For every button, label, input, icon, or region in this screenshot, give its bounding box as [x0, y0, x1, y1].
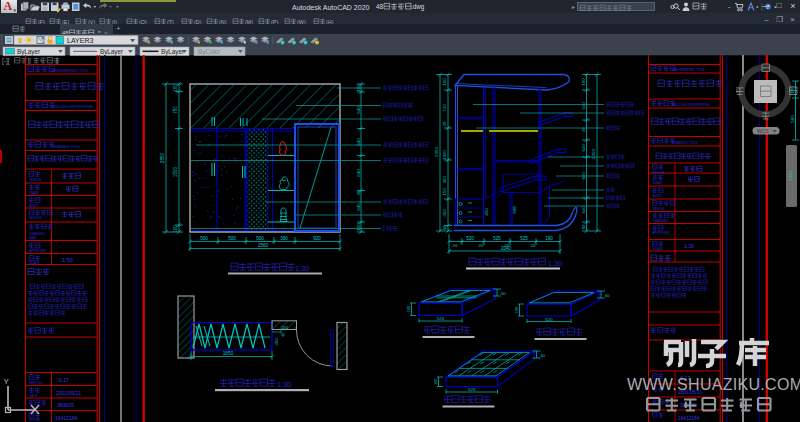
svg-text:DESIGN: DESIGN — [29, 178, 42, 182]
svg-text:DESIGN: DESIGN — [653, 207, 665, 211]
svg-text:450: 450 — [442, 209, 447, 217]
svg-text:ENGINEERING TITLE: ENGINEERING TITLE — [52, 69, 88, 73]
svg-text:APPROVED: APPROVED — [29, 249, 47, 253]
svg-text:WCS: WCS — [757, 128, 769, 134]
svg-text:DESIGN: DESIGN — [653, 171, 665, 175]
svg-text:SCALE: SCALE — [653, 247, 663, 251]
svg-text:[-][: [-][ — [2, 57, 10, 65]
svg-text:Y: Y — [4, 377, 10, 386]
svg-text:383005: 383005 — [57, 402, 74, 408]
svg-text:BUILDING ENTERPRISE: BUILDING ENTERPRISE — [672, 103, 710, 107]
svg-text:2419: 2419 — [788, 171, 793, 181]
svg-text:100: 100 — [581, 78, 586, 86]
svg-text:]: ] — [56, 57, 58, 65]
svg-text:500: 500 — [200, 236, 208, 241]
svg-text:520: 520 — [545, 317, 553, 322]
svg-text:60: 60 — [541, 353, 546, 358]
svg-text:MAG: MAG — [29, 236, 37, 240]
svg-text:2040: 2040 — [501, 246, 512, 251]
svg-text:2001/05/21: 2001/05/21 — [56, 390, 81, 396]
svg-text:520: 520 — [466, 236, 474, 241]
svg-text:WWW.SHUAZIKU.COM: WWW.SHUAZIKU.COM — [627, 376, 800, 393]
svg-text:160: 160 — [433, 378, 438, 385]
svg-text:DRAW: DRAW — [29, 191, 39, 195]
svg-text:SCALE: SCALE — [29, 261, 39, 265]
svg-text:DRAWING TITLE: DRAWING TITLE — [52, 145, 81, 149]
svg-text:AUDIT: AUDIT — [653, 194, 662, 198]
svg-text:20: 20 — [453, 243, 458, 248]
svg-text:1:50: 1:50 — [62, 257, 73, 263]
svg-text:30: 30 — [356, 190, 361, 195]
svg-text:920: 920 — [313, 236, 321, 241]
svg-text:20: 20 — [531, 243, 536, 248]
svg-text:1020: 1020 — [442, 150, 447, 160]
svg-text:2850: 2850 — [160, 152, 165, 163]
svg-text:500: 500 — [228, 236, 236, 241]
svg-text:DATE: DATE — [29, 394, 37, 398]
svg-text:520: 520 — [437, 316, 445, 321]
svg-text:BUILDING ENTERPRISE: BUILDING ENTERPRISE — [52, 105, 94, 109]
svg-text:CHANGED: CHANGED — [653, 219, 669, 223]
svg-text:640: 640 — [581, 206, 586, 214]
svg-text:500: 500 — [256, 236, 264, 241]
svg-text:60: 60 — [605, 293, 610, 298]
svg-text:1650: 1650 — [223, 351, 234, 356]
svg-text:][: ][ — [28, 57, 32, 65]
svg-text:48: 48 — [376, 3, 384, 10]
svg-text:1:30: 1:30 — [277, 380, 291, 389]
svg-text:60: 60 — [581, 224, 586, 229]
svg-text:150: 150 — [281, 325, 289, 330]
svg-text:100: 100 — [356, 223, 361, 231]
svg-text:640: 640 — [581, 144, 586, 152]
svg-text:640: 640 — [356, 138, 361, 146]
svg-text:16412184: 16412184 — [678, 416, 700, 421]
svg-text:350: 350 — [442, 176, 447, 184]
svg-text:APPROVED: APPROVED — [653, 231, 671, 235]
svg-text:525: 525 — [493, 236, 501, 241]
svg-text:1:30: 1:30 — [295, 264, 309, 273]
svg-text:450: 450 — [274, 338, 279, 346]
svg-text:16412184: 16412184 — [55, 415, 77, 421]
svg-text:60: 60 — [442, 225, 447, 230]
svg-text:1:30: 1:30 — [548, 259, 562, 268]
svg-text:LAYER3: LAYER3 — [67, 37, 93, 44]
svg-text:560: 560 — [790, 115, 795, 123]
svg-text:AUDIT: AUDIT — [29, 204, 39, 208]
svg-text:DESIGN: DESIGN — [29, 216, 42, 220]
svg-text:390: 390 — [280, 236, 288, 241]
svg-text:100: 100 — [173, 84, 178, 92]
svg-text:150: 150 — [442, 188, 447, 196]
svg-text:100: 100 — [442, 78, 447, 86]
svg-text:DRAW: DRAW — [653, 181, 662, 185]
svg-text:1500: 1500 — [173, 166, 178, 177]
svg-text:2350: 2350 — [434, 147, 439, 157]
svg-text:20: 20 — [442, 121, 447, 126]
svg-text:740: 740 — [442, 104, 447, 112]
svg-text:450: 450 — [484, 208, 489, 216]
svg-text:608: 608 — [512, 206, 517, 214]
svg-text:S-17: S-17 — [58, 377, 69, 383]
svg-text:540: 540 — [581, 102, 586, 110]
svg-text:640: 640 — [356, 169, 361, 177]
svg-text:525: 525 — [520, 236, 528, 241]
svg-text:645: 645 — [356, 203, 361, 211]
svg-text:PHONE: PHONE — [29, 418, 40, 422]
svg-text:750: 750 — [173, 106, 178, 114]
svg-text:2560: 2560 — [258, 243, 269, 248]
svg-text:DWG NO: DWG NO — [29, 381, 43, 385]
svg-text:100: 100 — [790, 86, 795, 94]
svg-text:525: 525 — [468, 387, 476, 392]
svg-text:20: 20 — [479, 243, 484, 248]
svg-text:.dwg: .dwg — [411, 3, 425, 11]
svg-text:640: 640 — [356, 106, 361, 114]
svg-text:60: 60 — [501, 291, 506, 296]
svg-text:160: 160 — [514, 306, 519, 313]
svg-text:1:30: 1:30 — [684, 243, 694, 249]
svg-text:DRAWING TITLE: DRAWING TITLE — [672, 141, 698, 145]
svg-text:ENGINEERING TITLE: ENGINEERING TITLE — [672, 68, 706, 72]
svg-text:100: 100 — [173, 225, 178, 233]
svg-text:190: 190 — [545, 236, 553, 241]
svg-text:160: 160 — [406, 305, 411, 312]
